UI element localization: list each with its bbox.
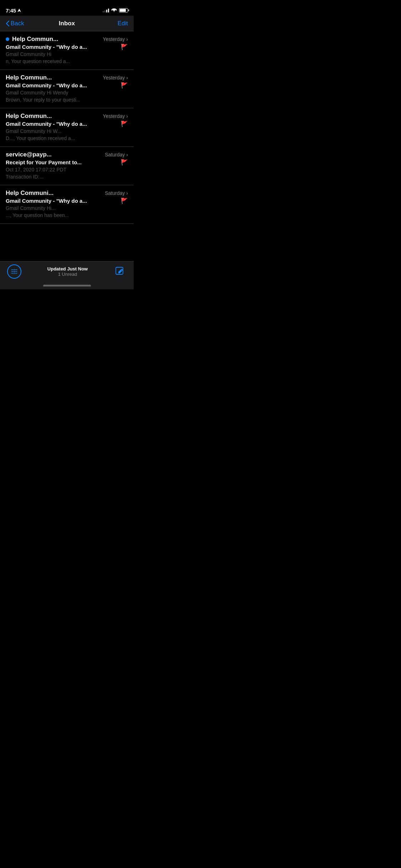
email-subject-2: Gmail Community - "Why do a... (6, 82, 113, 88)
home-indicator (43, 285, 91, 286)
signal-icon (103, 8, 109, 12)
page-title: Inbox (59, 20, 75, 27)
email-list: Help Commun... Yesterday › Gmail Communi… (0, 31, 134, 261)
bottom-status: Updated Just Now 1 Unread (47, 266, 88, 277)
flag-icon-5: 🚩 (121, 197, 128, 204)
email-sender-1: Help Commun... (6, 36, 97, 43)
wifi-icon (111, 8, 117, 12)
email-date-5: Saturday › (105, 190, 128, 196)
email-preview-3a: Gmail Community Hi W... (6, 128, 128, 135)
email-item-2[interactable]: Help Commun... Yesterday › Gmail Communi… (0, 70, 134, 108)
email-date-1: Yesterday › (103, 36, 128, 42)
email-preview-5a: Gmail Community Hi... (6, 205, 128, 212)
email-preview-1a: Gmail Community Hi (6, 51, 128, 58)
email-preview-4a: Oct 17, 2020 17:07:22 PDT (6, 166, 128, 174)
email-preview-2b: Brown, Your reply to your questi... (6, 97, 128, 104)
flag-icon-2: 🚩 (121, 82, 128, 89)
svg-point-3 (14, 273, 15, 274)
bottom-bar: Updated Just Now 1 Unread (0, 261, 134, 289)
email-item-5[interactable]: Help Communi... Saturday › Gmail Communi… (0, 185, 134, 224)
email-sender-3: Help Commun... (6, 113, 97, 120)
email-item-3[interactable]: Help Commun... Yesterday › Gmail Communi… (0, 108, 134, 147)
filter-button[interactable] (7, 264, 21, 279)
unread-text: 1 Unread (47, 272, 88, 277)
flag-icon-1: 🚩 (121, 43, 128, 50)
edit-button[interactable]: Edit (118, 20, 128, 27)
email-subject-3: Gmail Community - "Why do a... (6, 121, 113, 127)
email-sender-2: Help Commun... (6, 74, 97, 81)
email-preview-1b: n, Your question received a... (6, 58, 128, 65)
back-button[interactable]: Back (6, 20, 24, 27)
email-item-1[interactable]: Help Commun... Yesterday › Gmail Communi… (0, 31, 134, 70)
svg-marker-0 (17, 9, 21, 12)
status-icons (103, 8, 128, 12)
svg-point-2 (14, 271, 15, 272)
svg-point-1 (14, 269, 15, 270)
email-date-3: Yesterday › (103, 113, 128, 119)
email-preview-2a: Gmail Community Hi Wendy (6, 89, 128, 97)
email-subject-5: Gmail Community - "Why do a... (6, 198, 113, 204)
email-preview-4b: Transaction ID:... (6, 174, 128, 181)
compose-icon (115, 267, 125, 277)
email-subject-1: Gmail Community - "Why do a... (6, 44, 113, 50)
nav-bar: Back Inbox Edit (0, 16, 134, 31)
compose-button[interactable] (114, 265, 127, 278)
filter-icon (11, 268, 18, 275)
email-subject-4: Receipt for Your Payment to... (6, 159, 113, 165)
email-sender-5: Help Communi... (6, 190, 97, 197)
flag-icon-4: 🚩 (121, 159, 128, 166)
status-bar: 7:45 (0, 0, 134, 16)
email-sender-4: service@payp... (6, 151, 97, 158)
email-preview-3b: D..., Your question received a... (6, 135, 128, 142)
email-preview-5b: ..., Your question has been... (6, 212, 128, 219)
status-time: 7:45 (6, 7, 16, 14)
email-date-2: Yesterday › (103, 75, 128, 81)
email-item-4[interactable]: service@payp... Saturday › Receipt for Y… (0, 147, 134, 185)
back-label: Back (11, 20, 24, 27)
location-arrow-icon (17, 9, 21, 12)
flag-icon-3: 🚩 (121, 120, 128, 127)
updated-text: Updated Just Now (47, 266, 88, 272)
battery-icon (119, 8, 128, 12)
email-date-4: Saturday › (105, 152, 128, 157)
